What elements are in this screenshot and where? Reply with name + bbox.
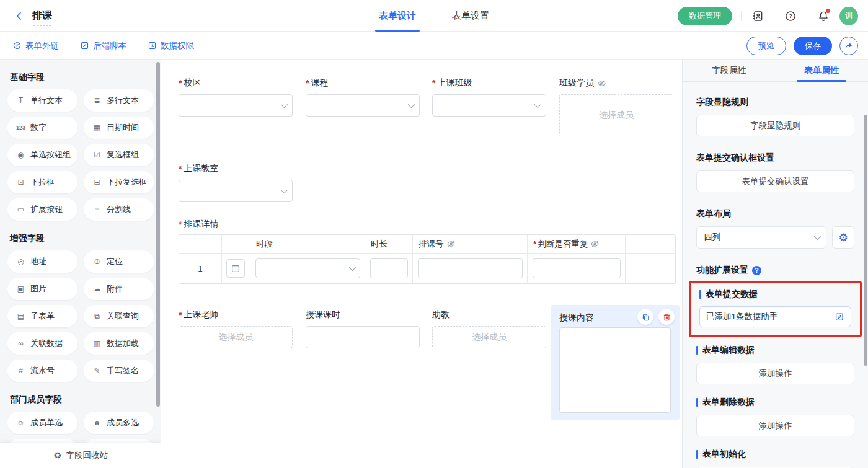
column-label: 排课号 <box>418 239 444 250</box>
help-icon[interactable]: ? <box>783 9 798 24</box>
hours-input[interactable] <box>306 326 420 348</box>
notification-bell-icon[interactable] <box>816 9 831 24</box>
tab-form-design[interactable]: 表单设计 <box>375 0 420 32</box>
submit-data-assistant[interactable]: 已添加1条数据助手 <box>699 306 851 327</box>
teacher-member-picker[interactable]: 选择成员 <box>179 326 293 348</box>
field-teacher[interactable]: *上课老师 选择成员 <box>179 309 293 348</box>
field-type-address[interactable]: ◎地址 <box>7 250 78 273</box>
data-manage-button[interactable]: 数据管理 <box>678 7 732 25</box>
field-type-lookup[interactable]: ⧉关联查询 <box>84 305 154 327</box>
accent-bar <box>699 290 701 299</box>
back-button[interactable] <box>12 9 26 23</box>
field-students[interactable]: 班级学员 选择成员 <box>559 77 673 136</box>
field-type-label: 下拉框 <box>30 177 55 188</box>
cloud-upload-icon: ☁ <box>92 285 102 293</box>
students-member-picker[interactable]: 选择成员 <box>559 94 673 136</box>
field-type-member-single[interactable]: ☺成员单选 <box>7 412 78 434</box>
copy-field-button[interactable] <box>637 309 653 325</box>
schedule-no-input[interactable] <box>418 258 523 278</box>
external-link-label: 表单外链 <box>25 40 59 51</box>
backend-script-button[interactable]: 后端脚本 <box>80 40 126 51</box>
help-icon[interactable]: ? <box>752 266 761 275</box>
classroom-select[interactable] <box>179 180 293 202</box>
field-type-location[interactable]: ⊕定位 <box>84 250 154 273</box>
duplicate-input[interactable] <box>533 258 621 278</box>
field-type-subform[interactable]: ▤子表单 <box>7 305 78 327</box>
edit-data-add-button[interactable]: 添加操作 <box>696 363 854 384</box>
field-type-checkbox-group[interactable]: ☑复选框组 <box>84 144 154 166</box>
button-label: 添加操作 <box>759 420 792 431</box>
external-link-button[interactable]: 表单外链 <box>12 40 59 51</box>
duration-input[interactable] <box>370 258 408 278</box>
field-type-single-text[interactable]: T单行文本 <box>7 89 78 112</box>
field-type-radio-group[interactable]: ◉单选按钮组 <box>7 144 78 166</box>
submit-confirm-button[interactable]: 表单提交确认设置 <box>696 170 854 192</box>
field-type-extend-button[interactable]: ▭扩展按钮 <box>7 198 78 221</box>
field-type-multi-text[interactable]: ≣多行文本 <box>84 89 154 112</box>
row-index: 1 <box>179 254 222 283</box>
field-recycle-bin[interactable]: ♻ 字段回收站 <box>0 443 161 468</box>
tab-field-properties[interactable]: 字段属性 <box>683 60 776 81</box>
field-type-multi-select[interactable]: ⊟下拉复选框 <box>84 171 154 193</box>
data-permission-button[interactable]: 数据权限 <box>148 40 194 51</box>
field-type-label: 关联数据 <box>30 338 63 349</box>
subform-header-duration: 时长 <box>365 235 413 254</box>
field-campus[interactable]: *校区 <box>179 77 293 117</box>
chevron-down-icon <box>281 187 288 193</box>
field-type-member-multi[interactable]: ☻成员多选 <box>84 412 154 434</box>
edit-icon <box>835 312 844 322</box>
field-type-number[interactable]: 123数字 <box>7 117 78 139</box>
subform-header-schedule-no: 排课号 <box>413 235 528 254</box>
course-select[interactable] <box>306 94 420 117</box>
calendar-icon: 7 <box>231 263 241 273</box>
layout-settings-button[interactable]: ⚙ <box>832 226 854 249</box>
field-type-datetime[interactable]: ▦日期时间 <box>84 117 154 139</box>
period-select[interactable] <box>255 258 360 278</box>
subform-empty-cell <box>626 254 675 283</box>
column-label: 判断是否重复 <box>538 239 588 250</box>
delete-data-add-button[interactable]: 添加操作 <box>696 415 854 436</box>
field-classroom[interactable]: *上课教室 <box>179 162 293 202</box>
field-type-data-load[interactable]: ▥数据加载 <box>84 332 154 355</box>
field-content-selected[interactable]: 授课内容 <box>551 305 680 420</box>
field-type-divider[interactable]: ≡分割线 <box>84 198 154 221</box>
delete-field-button[interactable] <box>658 309 675 325</box>
field-class[interactable]: *上课班级 <box>432 77 546 117</box>
panel-scrollbar[interactable] <box>864 115 867 366</box>
init-title: 表单初始化 <box>696 449 854 460</box>
svg-text:?: ? <box>789 13 792 19</box>
save-button[interactable]: 保存 <box>794 37 832 55</box>
class-select[interactable] <box>432 94 546 117</box>
tab-form-settings[interactable]: 表单设置 <box>448 0 493 32</box>
field-type-image[interactable]: ▣图片 <box>7 278 78 300</box>
content-textarea[interactable] <box>559 327 671 413</box>
field-type-select[interactable]: ⊡下拉框 <box>7 171 78 193</box>
campus-select[interactable] <box>179 94 293 117</box>
date-picker-button[interactable]: 7 <box>226 259 245 278</box>
visibility-rules-button[interactable]: 字段显隐规则 <box>696 115 854 136</box>
field-assistant[interactable]: 助教 选择成员 <box>432 309 546 348</box>
form-title[interactable]: 排课 <box>32 10 52 20</box>
tab-form-properties[interactable]: 表单属性 <box>776 60 868 81</box>
preview-button[interactable]: 预览 <box>746 37 786 55</box>
layout-select[interactable]: 四列 <box>696 226 826 249</box>
field-type-attachment[interactable]: ☁附件 <box>84 278 154 300</box>
required-asterisk: * <box>179 219 182 229</box>
sidebar-scrollbar[interactable] <box>156 62 160 407</box>
select-icon: ⊡ <box>16 179 26 186</box>
field-type-serial-number[interactable]: #流水号 <box>7 360 78 382</box>
image-icon: ▣ <box>16 285 26 293</box>
share-button[interactable] <box>839 37 858 55</box>
trash-icon <box>662 312 671 322</box>
field-type-signature[interactable]: ✎手写签名 <box>84 360 154 382</box>
field-course[interactable]: *课程 <box>306 77 420 117</box>
field-type-label: 数据加载 <box>107 338 139 349</box>
field-hours[interactable]: 授课课时 <box>306 309 420 348</box>
tab-label: 表单设置 <box>452 10 489 22</box>
contact-book-icon[interactable] <box>750 9 765 24</box>
avatar[interactable]: 训 <box>839 7 858 25</box>
field-type-label: 扩展按钮 <box>30 204 63 215</box>
accent-bar <box>696 346 698 355</box>
field-type-linked-data[interactable]: ∞关联数据 <box>7 332 78 355</box>
assistant-member-picker[interactable]: 选择成员 <box>432 326 546 348</box>
